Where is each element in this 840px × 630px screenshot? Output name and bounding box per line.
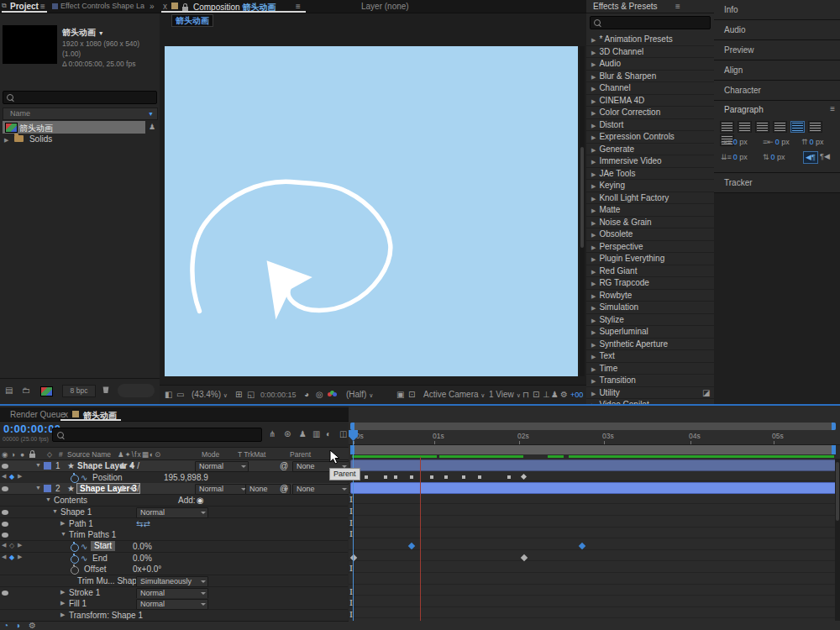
effects-category-row[interactable]: ▶CINEMA 4D [586,95,714,108]
property-row-end[interactable]: ◀ ◆ ▶ ∿ End 0.0% [0,553,348,564]
layer-row-shape-layer-4[interactable]: ▼ 1 ★ Shape Layer 4 ♟✦/ Normal @ None [0,460,348,472]
group-label[interactable]: Path 1 [69,519,93,528]
magnification-dropdown[interactable]: (43.4%) ∨ [192,390,228,399]
property-label[interactable]: End [92,554,108,563]
effects-category-row[interactable]: ▶Obsolete [586,228,714,241]
comp-name-chip[interactable]: 箭头动画 [171,14,213,27]
effects-panel-menu-icon[interactable]: ≡ [675,2,680,11]
twirl-icon[interactable]: ▶ [60,589,65,596]
effects-category-row[interactable]: ▶Text [586,350,714,363]
twirl-icon[interactable]: ▶ [591,110,596,116]
project-item-composition[interactable]: 箭头动画 [3,121,145,134]
twirl-icon[interactable]: ▶ [591,74,596,80]
group-row-stroke-1[interactable]: ▶ Stroke 1 Normal [0,587,348,599]
keyframe[interactable] [394,475,397,479]
bpc-button[interactable]: 8 bpc [62,385,96,397]
twirl-icon[interactable]: ▼ [35,485,41,491]
effects-category-row[interactable]: ▶Plugin Everything [586,253,714,265]
space-before-field[interactable]: ⇈0 px [801,138,824,146]
effects-category-row[interactable]: ▶Keying [586,180,714,192]
label-color-chip[interactable] [44,485,51,492]
interpret-footage-icon[interactable]: ▤ [5,386,13,395]
justify-last-left-button[interactable] [773,121,787,133]
exposure-value[interactable]: +00 [570,391,583,399]
twirl-icon[interactable]: ▼ [52,508,58,514]
twirl-icon[interactable]: ▶ [591,256,596,262]
effects-category-row[interactable]: ▶* Animation Presets [586,34,714,46]
parent-pickwhip-icon[interactable]: @ [280,484,288,493]
expand-in-out-icon[interactable]: ◔ [3,621,8,630]
mode-dropdown[interactable]: Normal [195,484,249,495]
group-label[interactable]: Trim Paths 1 [69,530,116,539]
effects-category-row[interactable]: ▶Matte [586,204,714,217]
effects-category-row[interactable]: ▶JAe Tools [586,168,714,181]
ruler-icon[interactable]: ⊥ [543,390,550,399]
twirl-icon[interactable]: ▶ [591,342,596,348]
layer-bar-shape-layer-3[interactable] [350,482,837,494]
mode-dropdown[interactable]: Normal [195,461,249,472]
stopwatch-icon[interactable] [71,543,79,552]
choose-grid-icon[interactable]: ⊞ [235,390,242,399]
new-folder-icon[interactable]: 🗀 [22,386,30,395]
property-row-offset[interactable]: Offset 0x+0.0° [0,564,348,575]
twirl-icon[interactable]: ▶ [591,281,596,286]
twirl-icon[interactable]: ▶ [591,318,596,323]
twirl-icon[interactable]: ▶ [591,366,596,372]
effects-category-row[interactable]: ▶Color Correction [586,107,714,119]
property-label-selected[interactable]: Start [91,541,115,551]
effects-category-row[interactable]: ▶3D Channel [586,46,714,59]
tab-render-queue[interactable]: Render Queue [10,410,66,419]
expand-render-time-icon[interactable]: ◑ [15,621,20,630]
twirl-icon[interactable]: ▶ [591,378,596,384]
paragraph-menu-icon[interactable]: ≡ [830,104,835,113]
property-row-trim-multiple[interactable]: Trim Mu... Shapes Simultaneously [0,575,348,587]
layer-switches[interactable]: ♟✦/ [119,484,141,493]
effects-category-row[interactable]: ▶Superluminal [586,326,714,339]
effects-category-row[interactable]: ▶Time [586,363,714,375]
twirl-icon[interactable]: ▼ [35,462,41,468]
composition-canvas[interactable] [165,46,578,376]
twirl-icon[interactable]: ▶ [60,612,65,618]
track-vertical-scrollbar[interactable] [835,459,840,621]
twirl-icon[interactable]: ▶ [591,220,596,226]
eye-icon[interactable] [2,464,8,469]
comp-timecode[interactable]: 0:00:00:15 [260,391,297,399]
align-center-button[interactable] [738,121,752,133]
eye-icon[interactable] [2,522,8,527]
project-name-column-header[interactable]: Name ▼ [3,108,158,120]
frame-blending-icon[interactable]: ▥ [312,429,320,438]
twirl-icon[interactable]: ▶ [591,171,596,177]
always-preview-icon[interactable]: ◧ [165,390,172,399]
collapsed-panel-header[interactable]: Audio [714,20,840,40]
twirl-icon[interactable]: ▶ [591,232,596,238]
twirl-icon[interactable]: ▶ [591,329,596,335]
align-left-button[interactable] [720,121,734,133]
camera-dropdown[interactable]: Active Camera ∨ [423,390,485,399]
end-value[interactable]: 0.0% [133,554,152,563]
twirl-icon[interactable]: ▼ [60,531,66,537]
eye-icon[interactable] [2,591,8,596]
timeline-tab-menu-icon[interactable]: ≡ [111,410,116,419]
effects-category-row[interactable]: ▶Synthetic Aperture [586,339,714,351]
keyframe-toggle-icon[interactable]: ◆ [9,473,14,480]
first-line-indent-field[interactable]: ⇊≡0 px [721,153,748,161]
timeline-search-input[interactable] [52,428,262,442]
view-layout-dropdown[interactable]: 1 View ∨ [489,390,521,399]
collapsed-panel-header[interactable]: Info [714,0,840,20]
time-ruler[interactable]: 00s 01s 02s 03s 04s 05s [349,430,840,445]
new-composition-icon[interactable] [40,386,53,396]
twirl-icon[interactable]: ▶ [591,207,596,213]
layer-row-shape-layer-3[interactable]: ▼ 2 ★ Shape Layer 3 ♟✦/ Normal None @ No… [0,483,348,495]
property-row-position[interactable]: ◀ ◆ ▶ ∿ Position 195.9,898.9 [0,472,348,484]
group-label[interactable]: Stroke 1 [69,588,100,597]
blend-mode-dropdown[interactable]: Normal [136,599,208,610]
twirl-icon[interactable]: ▶ [591,86,596,92]
panel-menu-icon[interactable]: ≡ [40,2,45,11]
group-label[interactable]: Shape 1 [60,507,92,517]
keyframe[interactable] [384,475,387,479]
region-of-interest-icon[interactable]: ◱ [247,390,255,399]
twirl-icon[interactable]: ▶ [591,293,596,299]
effects-category-row[interactable]: ▶Expression Controls [586,131,714,144]
effects-category-row[interactable]: ▶Blur & Sharpen [586,71,714,83]
layer-bar-shape-layer-4[interactable] [350,459,837,471]
